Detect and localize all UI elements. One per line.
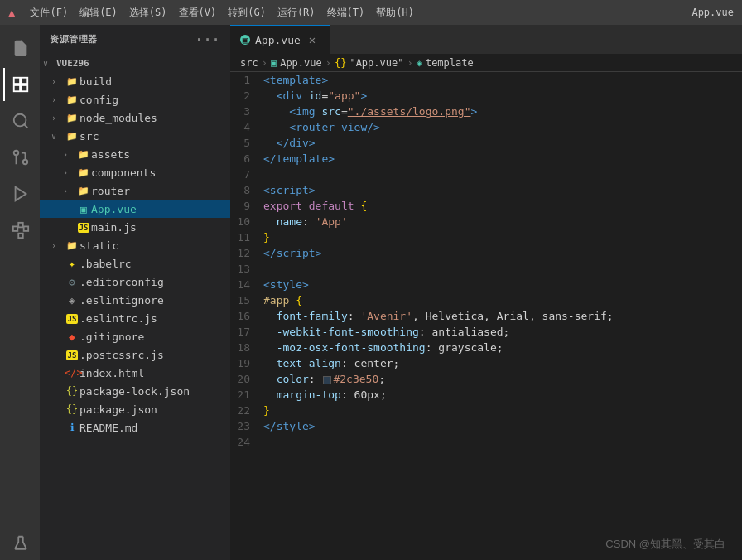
- activity-icon-flask[interactable]: [3, 527, 36, 560]
- code-line: 21 margin-top: 60px;: [230, 387, 742, 403]
- code-editor[interactable]: 1<template>2 <div id="app">3 <img src=".…: [230, 72, 742, 560]
- tree-label: .editorconfig: [80, 276, 164, 288]
- activity-icon-git[interactable]: [3, 141, 36, 174]
- tree-label: .babelrc: [80, 258, 132, 270]
- svg-rect-0: [14, 78, 20, 84]
- activity-icon-search[interactable]: [3, 104, 36, 138]
- app-title: App.vue: [691, 7, 734, 18]
- tree-label: README.md: [80, 422, 137, 434]
- menu-item[interactable]: 查看(V): [174, 4, 222, 22]
- line-content: }: [263, 229, 742, 245]
- breadcrumb-vue-icon: ▣: [271, 57, 277, 69]
- code-line: 7: [230, 167, 742, 182]
- tree-arrow-icon: ›: [51, 241, 65, 250]
- tree-item[interactable]: ◈.eslintignore: [40, 291, 230, 309]
- tree-item[interactable]: {}package-lock.json: [40, 382, 230, 400]
- code-line: 9export default {: [230, 198, 742, 214]
- code-line: 17 -webkit-font-smoothing: antialiased;: [230, 324, 742, 340]
- tree-label: config: [80, 94, 118, 106]
- tree-label: router: [91, 185, 130, 197]
- file-icon: ◈: [65, 294, 80, 307]
- sidebar-options[interactable]: ···: [195, 31, 220, 47]
- line-number: 20: [230, 371, 263, 387]
- svg-rect-10: [13, 226, 18, 231]
- activity-icon-extensions[interactable]: [3, 214, 36, 247]
- activity-icon-run[interactable]: [3, 177, 36, 210]
- file-icon: 📁: [76, 167, 91, 178]
- tree-item[interactable]: ›📁node_modules: [40, 109, 230, 127]
- line-number: 7: [230, 167, 263, 182]
- tree-item[interactable]: ◆.gitignore: [40, 327, 230, 345]
- line-number: 6: [230, 151, 263, 167]
- tree-label: assets: [91, 148, 130, 161]
- menu-item[interactable]: 运行(R): [272, 4, 320, 22]
- menu-item[interactable]: 终端(T): [322, 4, 370, 22]
- svg-rect-11: [24, 226, 28, 231]
- svg-point-7: [14, 151, 19, 156]
- code-line: 6</template>: [230, 151, 742, 167]
- tree-item[interactable]: ℹREADME.md: [40, 418, 230, 437]
- tree-item[interactable]: ⚙.editorconfig: [40, 273, 230, 291]
- tab-app-vue[interactable]: ▣ App.vue ✕: [230, 25, 330, 54]
- tree-arrow-icon: ∨: [51, 132, 65, 141]
- tree-item[interactable]: JSmain.js: [40, 218, 230, 236]
- tree-item[interactable]: ›📁components: [40, 163, 230, 181]
- breadcrumb-sep1: ›: [262, 57, 267, 69]
- tree-item[interactable]: </>index.html: [40, 364, 230, 382]
- activity-icon-files[interactable]: [3, 31, 36, 65]
- code-line: 3 <img src="./assets/logo.png">: [230, 104, 742, 119]
- line-number: 11: [230, 229, 263, 245]
- line-content: <img src="./assets/logo.png">: [263, 104, 742, 119]
- tree-label: .eslintrc.js: [80, 312, 157, 325]
- menu-item[interactable]: 帮助(H): [371, 4, 419, 22]
- breadcrumb: src › ▣ App.vue › {} "App.vue" › ◈ templ…: [230, 54, 742, 72]
- menu-item[interactable]: 编辑(E): [75, 4, 123, 22]
- code-line: 4 <router-view/>: [230, 119, 742, 135]
- menu-item[interactable]: 文件(F): [25, 4, 73, 22]
- tree-label: static: [80, 239, 118, 252]
- tree-item[interactable]: ▣App.vue: [40, 200, 230, 218]
- tree-item[interactable]: ›📁config: [40, 90, 230, 109]
- tree-item[interactable]: JS.postcssrc.js: [40, 345, 230, 364]
- titlebar: ▲ 文件(F)编辑(E)选择(S)查看(V)转到(G)运行(R)终端(T)帮助(…: [0, 0, 742, 25]
- file-icon: JS: [65, 312, 80, 324]
- editor-area: ▣ App.vue ✕ src › ▣ App.vue › {} "App.vu…: [230, 25, 742, 560]
- code-line: 8<script>: [230, 182, 742, 198]
- tree-item[interactable]: ›📁router: [40, 181, 230, 200]
- tab-close-icon[interactable]: ✕: [309, 33, 316, 46]
- tree-label: node_modules: [80, 112, 157, 124]
- line-content: font-family: 'Avenir', Helvetica, Arial,…: [263, 308, 742, 324]
- tree-label: build: [80, 75, 112, 88]
- breadcrumb-template: template: [426, 57, 474, 69]
- file-icon: 📁: [65, 75, 80, 87]
- line-number: 10: [230, 214, 263, 229]
- svg-rect-1: [22, 78, 27, 84]
- tab-bar: ▣ App.vue ✕: [230, 25, 742, 54]
- breadcrumb-sep3: ›: [407, 57, 412, 69]
- tree-arrow-icon: ›: [63, 186, 76, 196]
- tree-label: .gitignore: [80, 331, 144, 343]
- menu-item[interactable]: 选择(S): [124, 4, 172, 22]
- line-content: </script>: [263, 245, 742, 261]
- tree-item[interactable]: JS.eslintrc.js: [40, 309, 230, 327]
- file-icon: 📁: [76, 148, 91, 160]
- tree-item[interactable]: ›📁build: [40, 72, 230, 90]
- tree-item[interactable]: ✦.babelrc: [40, 254, 230, 273]
- activity-icon-explorer[interactable]: [3, 68, 36, 101]
- tree-item[interactable]: ›📁static: [40, 236, 230, 254]
- line-number: 21: [230, 387, 263, 403]
- breadcrumb-src: src: [240, 57, 258, 69]
- line-number: 1: [230, 72, 263, 88]
- svg-point-4: [14, 114, 26, 127]
- line-number: 15: [230, 292, 263, 308]
- svg-rect-13: [18, 234, 23, 239]
- code-line: 14<style>: [230, 277, 742, 292]
- menu-item[interactable]: 转到(G): [223, 4, 271, 22]
- tree-item[interactable]: {}package.json: [40, 400, 230, 418]
- tree-item[interactable]: ›📁assets: [40, 145, 230, 163]
- line-content: <div id="app">: [263, 88, 742, 104]
- tree-root[interactable]: ∨ VUE296: [40, 54, 230, 72]
- code-line: 18 -moz-osx-font-smoothing: grayscale;: [230, 340, 742, 355]
- file-icon: 📁: [65, 130, 80, 142]
- tree-item[interactable]: ∨📁src: [40, 127, 230, 145]
